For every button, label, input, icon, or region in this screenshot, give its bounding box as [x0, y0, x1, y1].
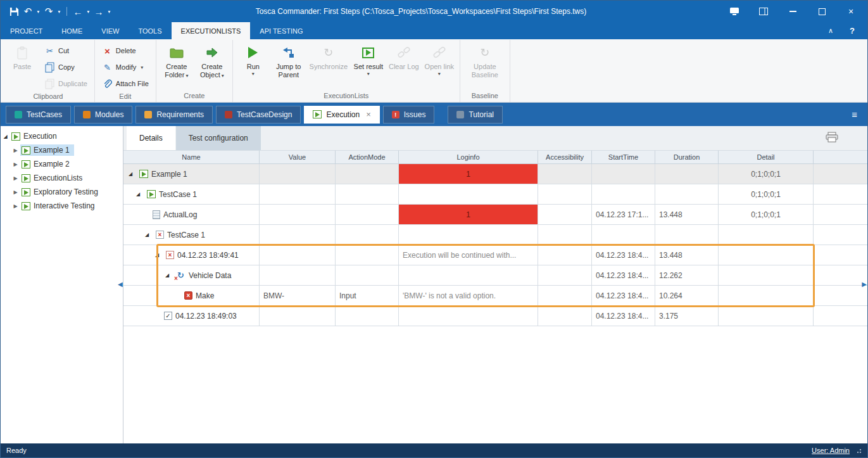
- resize-grip-icon[interactable]: [855, 447, 862, 454]
- testcase-failed-icon: ×: [156, 231, 164, 239]
- save-icon[interactable]: [7, 4, 21, 19]
- collapse-right-panel-icon[interactable]: ▶: [862, 281, 867, 288]
- jump-to-parent-button[interactable]: Jump to Parent: [271, 42, 306, 91]
- print-icon[interactable]: [826, 132, 838, 145]
- redo-icon[interactable]: ↷: [42, 4, 56, 19]
- tab-testcases[interactable]: TestCases: [6, 106, 71, 124]
- display-icon[interactable]: [729, 4, 739, 19]
- expand-arrow[interactable]: ◢: [155, 252, 163, 258]
- ribbon-tab-project[interactable]: PROJECT: [1, 22, 52, 39]
- table-row-example-1[interactable]: ◢ Example 1 1 0;1;0;0;1: [123, 164, 867, 184]
- collapse-ribbon-icon[interactable]: ∧: [828, 27, 833, 35]
- redo-dropdown-icon[interactable]: ▾: [56, 9, 63, 15]
- column-header-accessibility[interactable]: Accessibility: [538, 150, 592, 164]
- tab-testcasedesign[interactable]: TestCaseDesign: [216, 106, 301, 124]
- ribbon-tab-executionlists[interactable]: EXECUTIONLISTS: [172, 22, 251, 39]
- cut-button[interactable]: ✂ Cut: [40, 42, 92, 59]
- forward-icon[interactable]: →: [92, 4, 106, 19]
- expand-arrow[interactable]: ◢: [165, 272, 173, 278]
- delete-button[interactable]: × Delete: [97, 42, 153, 59]
- undo-dropdown-icon[interactable]: ▾: [35, 9, 42, 15]
- tree-item-exploratory-testing[interactable]: ▶ Exploratory Testing: [1, 185, 123, 199]
- cell-loginfo: [399, 184, 538, 205]
- column-header-detail[interactable]: Detail: [719, 150, 814, 164]
- table-row-log-entry-passed[interactable]: ✓ 04.12.23 18:49:03 04.12.23 18:4... 3.1…: [123, 306, 867, 326]
- expand-arrow[interactable]: ◢: [136, 191, 144, 197]
- close-button[interactable]: ×: [846, 4, 856, 19]
- back-icon[interactable]: ←: [71, 4, 85, 19]
- attach-file-button[interactable]: Attach File: [97, 75, 153, 92]
- column-header-starttime[interactable]: StartTime: [592, 150, 655, 164]
- column-header-duration[interactable]: Duration: [655, 150, 719, 164]
- copy-button[interactable]: Copy: [40, 59, 92, 75]
- user-link[interactable]: User: Admin: [812, 447, 850, 454]
- minimize-button[interactable]: [788, 4, 798, 19]
- paste-icon: [16, 44, 28, 61]
- ribbon-tab-tools[interactable]: TOOLS: [129, 22, 171, 39]
- set-result-dropdown-icon[interactable]: ▾: [367, 72, 370, 77]
- expand-arrow[interactable]: ▶: [11, 162, 20, 167]
- cell-name: Example 1: [151, 170, 187, 179]
- expand-arrow[interactable]: ▶: [11, 175, 20, 181]
- tree-item-example-1[interactable]: ▶ Example 1: [1, 143, 123, 157]
- ribbon-tab-view[interactable]: VIEW: [92, 22, 129, 39]
- expand-arrow[interactable]: ▶: [11, 203, 20, 209]
- modify-button[interactable]: ✎ Modify ▾: [97, 59, 153, 75]
- tree-item-interactive-testing[interactable]: ▶ Interactive Testing: [1, 199, 123, 213]
- ribbon-tab-api-testing[interactable]: API TESTING: [250, 22, 312, 39]
- column-header-actionmode[interactable]: ActionMode: [336, 150, 399, 164]
- forward-dropdown-icon[interactable]: ▾: [106, 9, 113, 15]
- cell-value: [260, 225, 336, 245]
- cell-starttime: 04.12.23 18:4...: [592, 286, 655, 306]
- tab-test-configuration[interactable]: Test configuration: [176, 126, 261, 150]
- statusbar: Ready User: Admin: [1, 443, 867, 457]
- table-row-make[interactable]: × Make BMW- Input 'BMW-' is not a valid …: [123, 286, 867, 306]
- table-row-vehicle-data[interactable]: ◢ ↻× Vehicle Data 04.12.23 18:4... 12.26…: [123, 265, 867, 286]
- ribbon-tab-home[interactable]: HOME: [52, 22, 92, 39]
- tab-details[interactable]: Details: [127, 126, 175, 150]
- expand-arrow[interactable]: ◢: [145, 232, 153, 238]
- cell-loginfo-error: 1: [399, 164, 538, 184]
- create-object-dropdown-icon[interactable]: ▾: [222, 73, 224, 79]
- interactive-testing-icon: [22, 202, 30, 210]
- back-dropdown-icon[interactable]: ▾: [85, 9, 92, 15]
- undo-icon[interactable]: ↶: [21, 4, 35, 19]
- layout-icon[interactable]: [758, 4, 769, 19]
- group-label-clipboard: Clipboard: [2, 92, 94, 102]
- collapse-left-panel-icon[interactable]: ◀: [118, 281, 123, 288]
- create-object-button[interactable]: Create Object▾: [194, 42, 230, 91]
- close-tab-icon[interactable]: ×: [366, 110, 371, 119]
- table-row-testcase-1-log[interactable]: ◢ × TestCase 1: [123, 225, 867, 245]
- cell-actionmode: Input: [336, 286, 399, 306]
- table-row-actuallog[interactable]: ActualLog 1 04.12.23 17:1... 13.448 0;1;…: [123, 205, 867, 225]
- set-result-button[interactable]: Set result ▾: [351, 42, 386, 91]
- table-row-testcase-1[interactable]: ◢ TestCase 1 0;1;0;0;1: [123, 184, 867, 205]
- maximize-button[interactable]: [817, 4, 827, 19]
- cell-actionmode: [336, 306, 399, 326]
- tab-issues[interactable]: ! Issues: [383, 106, 435, 124]
- column-header-value[interactable]: Value: [260, 150, 336, 164]
- expand-arrow[interactable]: ◢: [129, 171, 136, 177]
- column-header-loginfo[interactable]: Loginfo: [399, 150, 538, 164]
- expand-arrow[interactable]: ◢: [1, 134, 10, 139]
- column-header-name[interactable]: Name: [123, 150, 260, 164]
- modify-dropdown-icon[interactable]: ▾: [141, 65, 143, 70]
- run-button[interactable]: Run ▾: [236, 42, 271, 91]
- tree-item-executionlists[interactable]: ▶ ExecutionLists: [1, 171, 123, 185]
- table-row-log-entry-failed[interactable]: ◢ × 04.12.23 18:49:41 Execution will be …: [123, 245, 867, 265]
- help-icon[interactable]: ?: [850, 26, 855, 35]
- tree-item-execution[interactable]: ◢ Execution: [1, 129, 123, 143]
- expand-arrow[interactable]: ▶: [11, 148, 20, 153]
- tab-list-icon[interactable]: ≡: [852, 109, 862, 120]
- create-folder-button[interactable]: Create Folder▾: [159, 42, 194, 91]
- cell-accessibility: [538, 245, 592, 265]
- passed-log-icon: ✓: [164, 312, 172, 320]
- run-dropdown-icon[interactable]: ▾: [252, 72, 255, 77]
- create-folder-dropdown-icon[interactable]: ▾: [186, 73, 188, 79]
- tab-requirements[interactable]: Requirements: [135, 106, 213, 124]
- tab-modules[interactable]: Modules: [74, 106, 132, 124]
- tab-tutorial[interactable]: Tutorial: [448, 106, 503, 124]
- tree-item-example-2[interactable]: ▶ Example 2: [1, 157, 123, 171]
- tab-execution[interactable]: Execution ×: [304, 106, 379, 124]
- expand-arrow[interactable]: ▶: [11, 189, 20, 195]
